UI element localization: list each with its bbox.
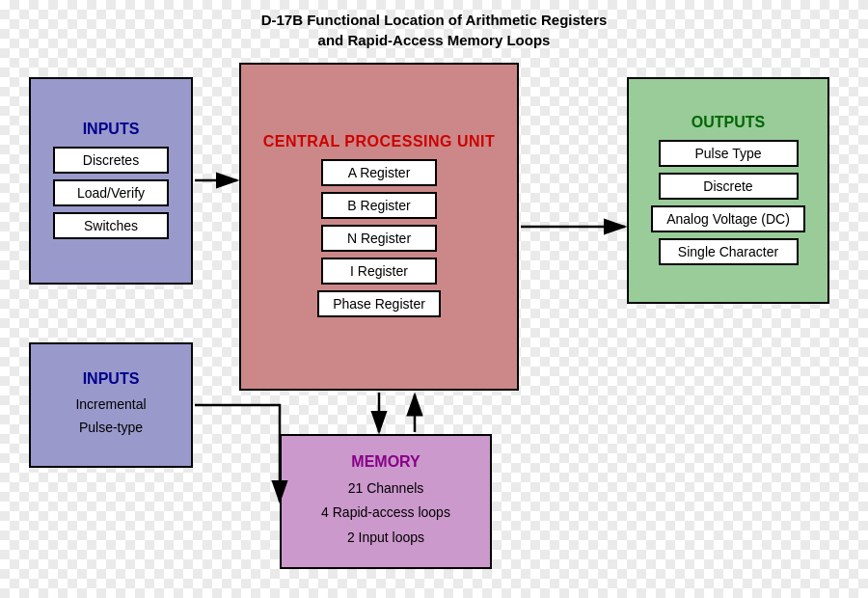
memory-text: 21 Channels 4 Rapid-access loops 2 Input… xyxy=(321,476,450,550)
outputs-box: OUTPUTS Pulse Type Discrete Analog Volta… xyxy=(627,77,829,304)
outputs-item-3: Single Character xyxy=(659,238,799,265)
cpu-register-2: N Register xyxy=(321,225,437,252)
arrow-inputs-bottom-to-memory-bend xyxy=(195,405,280,502)
cpu-register-0: A Register xyxy=(321,159,437,186)
inputs-top-item-1: Load/Verify xyxy=(53,179,169,206)
diagram-title: D-17B Functional Location of Arithmetic … xyxy=(261,10,608,50)
inputs-top-title: INPUTS xyxy=(83,121,140,138)
outputs-title: OUTPUTS xyxy=(692,114,765,131)
cpu-register-4: Phase Register xyxy=(317,290,441,317)
inputs-top-box: INPUTS Discretes Load/Verify Switches xyxy=(29,77,193,285)
cpu-box: CENTRAL PROCESSING UNIT A Register B Reg… xyxy=(239,63,519,391)
cpu-title: CENTRAL PROCESSING UNIT xyxy=(263,133,496,150)
inputs-bottom-text: Incremental Pulse-type xyxy=(75,394,146,440)
cpu-register-3: I Register xyxy=(321,258,437,285)
inputs-bottom-title: INPUTS xyxy=(83,370,140,388)
outputs-item-1: Discrete xyxy=(659,173,799,200)
outputs-item-0: Pulse Type xyxy=(659,140,799,167)
memory-title: MEMORY xyxy=(351,453,420,471)
memory-box: MEMORY 21 Channels 4 Rapid-access loops … xyxy=(280,434,492,569)
cpu-register-1: B Register xyxy=(321,192,437,219)
inputs-top-item-0: Discretes xyxy=(53,147,169,174)
outputs-item-2: Analog Voltage (DC) xyxy=(651,205,805,232)
inputs-bottom-box: INPUTS Incremental Pulse-type xyxy=(29,342,193,468)
inputs-top-item-2: Switches xyxy=(53,212,169,239)
